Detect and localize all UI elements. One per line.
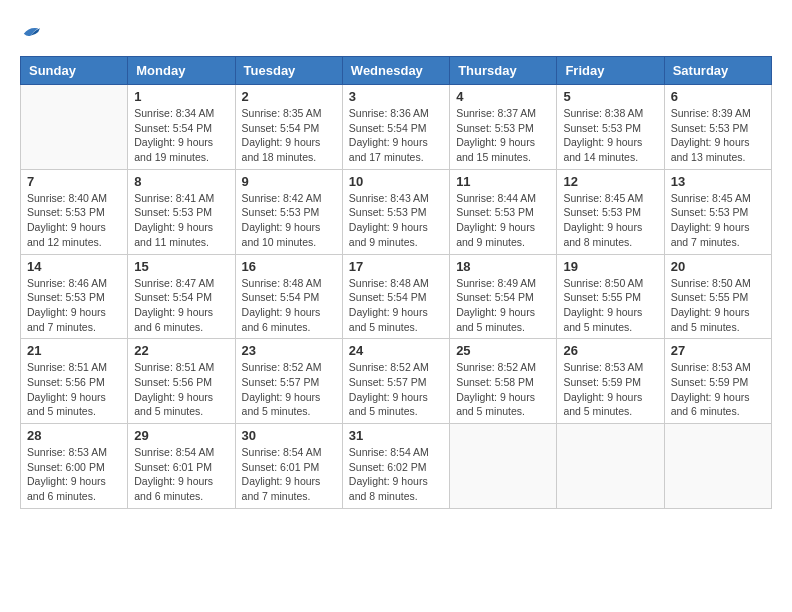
day-number: 28 xyxy=(27,428,121,443)
day-info: Sunrise: 8:52 AM Sunset: 5:57 PM Dayligh… xyxy=(349,360,443,419)
calendar-cell: 22Sunrise: 8:51 AM Sunset: 5:56 PM Dayli… xyxy=(128,339,235,424)
day-number: 16 xyxy=(242,259,336,274)
calendar-cell xyxy=(450,424,557,509)
weekday-header-thursday: Thursday xyxy=(450,57,557,85)
calendar-cell: 30Sunrise: 8:54 AM Sunset: 6:01 PM Dayli… xyxy=(235,424,342,509)
day-number: 29 xyxy=(134,428,228,443)
day-number: 20 xyxy=(671,259,765,274)
calendar-cell: 5Sunrise: 8:38 AM Sunset: 5:53 PM Daylig… xyxy=(557,85,664,170)
day-info: Sunrise: 8:34 AM Sunset: 5:54 PM Dayligh… xyxy=(134,106,228,165)
weekday-header-saturday: Saturday xyxy=(664,57,771,85)
calendar-cell: 17Sunrise: 8:48 AM Sunset: 5:54 PM Dayli… xyxy=(342,254,449,339)
day-info: Sunrise: 8:43 AM Sunset: 5:53 PM Dayligh… xyxy=(349,191,443,250)
day-info: Sunrise: 8:41 AM Sunset: 5:53 PM Dayligh… xyxy=(134,191,228,250)
day-number: 12 xyxy=(563,174,657,189)
day-info: Sunrise: 8:38 AM Sunset: 5:53 PM Dayligh… xyxy=(563,106,657,165)
logo xyxy=(20,20,40,46)
day-info: Sunrise: 8:54 AM Sunset: 6:01 PM Dayligh… xyxy=(242,445,336,504)
calendar-cell: 24Sunrise: 8:52 AM Sunset: 5:57 PM Dayli… xyxy=(342,339,449,424)
day-number: 23 xyxy=(242,343,336,358)
day-info: Sunrise: 8:45 AM Sunset: 5:53 PM Dayligh… xyxy=(671,191,765,250)
day-info: Sunrise: 8:53 AM Sunset: 6:00 PM Dayligh… xyxy=(27,445,121,504)
weekday-header-friday: Friday xyxy=(557,57,664,85)
day-info: Sunrise: 8:45 AM Sunset: 5:53 PM Dayligh… xyxy=(563,191,657,250)
day-info: Sunrise: 8:49 AM Sunset: 5:54 PM Dayligh… xyxy=(456,276,550,335)
calendar-cell: 3Sunrise: 8:36 AM Sunset: 5:54 PM Daylig… xyxy=(342,85,449,170)
day-info: Sunrise: 8:42 AM Sunset: 5:53 PM Dayligh… xyxy=(242,191,336,250)
day-number: 11 xyxy=(456,174,550,189)
calendar-cell: 1Sunrise: 8:34 AM Sunset: 5:54 PM Daylig… xyxy=(128,85,235,170)
day-number: 17 xyxy=(349,259,443,274)
day-number: 2 xyxy=(242,89,336,104)
calendar-cell: 23Sunrise: 8:52 AM Sunset: 5:57 PM Dayli… xyxy=(235,339,342,424)
calendar-cell: 16Sunrise: 8:48 AM Sunset: 5:54 PM Dayli… xyxy=(235,254,342,339)
day-number: 24 xyxy=(349,343,443,358)
calendar-cell: 18Sunrise: 8:49 AM Sunset: 5:54 PM Dayli… xyxy=(450,254,557,339)
calendar-table: SundayMondayTuesdayWednesdayThursdayFrid… xyxy=(20,56,772,509)
day-number: 10 xyxy=(349,174,443,189)
day-number: 3 xyxy=(349,89,443,104)
day-number: 9 xyxy=(242,174,336,189)
day-number: 1 xyxy=(134,89,228,104)
calendar-cell: 26Sunrise: 8:53 AM Sunset: 5:59 PM Dayli… xyxy=(557,339,664,424)
day-number: 22 xyxy=(134,343,228,358)
calendar-cell: 12Sunrise: 8:45 AM Sunset: 5:53 PM Dayli… xyxy=(557,169,664,254)
weekday-header-wednesday: Wednesday xyxy=(342,57,449,85)
day-number: 27 xyxy=(671,343,765,358)
day-number: 8 xyxy=(134,174,228,189)
header xyxy=(20,20,772,46)
day-info: Sunrise: 8:54 AM Sunset: 6:01 PM Dayligh… xyxy=(134,445,228,504)
day-number: 30 xyxy=(242,428,336,443)
day-info: Sunrise: 8:51 AM Sunset: 5:56 PM Dayligh… xyxy=(134,360,228,419)
calendar-cell: 31Sunrise: 8:54 AM Sunset: 6:02 PM Dayli… xyxy=(342,424,449,509)
calendar-cell: 13Sunrise: 8:45 AM Sunset: 5:53 PM Dayli… xyxy=(664,169,771,254)
day-info: Sunrise: 8:50 AM Sunset: 5:55 PM Dayligh… xyxy=(563,276,657,335)
day-info: Sunrise: 8:40 AM Sunset: 5:53 PM Dayligh… xyxy=(27,191,121,250)
calendar-cell: 21Sunrise: 8:51 AM Sunset: 5:56 PM Dayli… xyxy=(21,339,128,424)
calendar-cell: 10Sunrise: 8:43 AM Sunset: 5:53 PM Dayli… xyxy=(342,169,449,254)
day-number: 14 xyxy=(27,259,121,274)
calendar-cell: 6Sunrise: 8:39 AM Sunset: 5:53 PM Daylig… xyxy=(664,85,771,170)
calendar-cell: 19Sunrise: 8:50 AM Sunset: 5:55 PM Dayli… xyxy=(557,254,664,339)
calendar-cell: 27Sunrise: 8:53 AM Sunset: 5:59 PM Dayli… xyxy=(664,339,771,424)
calendar-cell: 28Sunrise: 8:53 AM Sunset: 6:00 PM Dayli… xyxy=(21,424,128,509)
day-info: Sunrise: 8:46 AM Sunset: 5:53 PM Dayligh… xyxy=(27,276,121,335)
day-info: Sunrise: 8:50 AM Sunset: 5:55 PM Dayligh… xyxy=(671,276,765,335)
day-info: Sunrise: 8:52 AM Sunset: 5:58 PM Dayligh… xyxy=(456,360,550,419)
calendar-cell: 11Sunrise: 8:44 AM Sunset: 5:53 PM Dayli… xyxy=(450,169,557,254)
logo-bird-icon xyxy=(22,24,40,38)
calendar-cell: 4Sunrise: 8:37 AM Sunset: 5:53 PM Daylig… xyxy=(450,85,557,170)
day-number: 5 xyxy=(563,89,657,104)
day-number: 31 xyxy=(349,428,443,443)
calendar-cell xyxy=(21,85,128,170)
calendar-cell: 29Sunrise: 8:54 AM Sunset: 6:01 PM Dayli… xyxy=(128,424,235,509)
day-info: Sunrise: 8:39 AM Sunset: 5:53 PM Dayligh… xyxy=(671,106,765,165)
day-number: 25 xyxy=(456,343,550,358)
day-info: Sunrise: 8:44 AM Sunset: 5:53 PM Dayligh… xyxy=(456,191,550,250)
day-number: 15 xyxy=(134,259,228,274)
calendar-cell: 15Sunrise: 8:47 AM Sunset: 5:54 PM Dayli… xyxy=(128,254,235,339)
calendar-cell: 20Sunrise: 8:50 AM Sunset: 5:55 PM Dayli… xyxy=(664,254,771,339)
calendar-header: SundayMondayTuesdayWednesdayThursdayFrid… xyxy=(21,57,772,85)
day-number: 6 xyxy=(671,89,765,104)
calendar-cell: 8Sunrise: 8:41 AM Sunset: 5:53 PM Daylig… xyxy=(128,169,235,254)
calendar-cell: 9Sunrise: 8:42 AM Sunset: 5:53 PM Daylig… xyxy=(235,169,342,254)
day-info: Sunrise: 8:48 AM Sunset: 5:54 PM Dayligh… xyxy=(242,276,336,335)
day-info: Sunrise: 8:53 AM Sunset: 5:59 PM Dayligh… xyxy=(671,360,765,419)
day-info: Sunrise: 8:36 AM Sunset: 5:54 PM Dayligh… xyxy=(349,106,443,165)
calendar-cell: 7Sunrise: 8:40 AM Sunset: 5:53 PM Daylig… xyxy=(21,169,128,254)
calendar-cell xyxy=(557,424,664,509)
day-number: 4 xyxy=(456,89,550,104)
day-info: Sunrise: 8:35 AM Sunset: 5:54 PM Dayligh… xyxy=(242,106,336,165)
day-number: 7 xyxy=(27,174,121,189)
calendar-cell: 14Sunrise: 8:46 AM Sunset: 5:53 PM Dayli… xyxy=(21,254,128,339)
weekday-header-sunday: Sunday xyxy=(21,57,128,85)
day-info: Sunrise: 8:54 AM Sunset: 6:02 PM Dayligh… xyxy=(349,445,443,504)
day-info: Sunrise: 8:52 AM Sunset: 5:57 PM Dayligh… xyxy=(242,360,336,419)
day-info: Sunrise: 8:51 AM Sunset: 5:56 PM Dayligh… xyxy=(27,360,121,419)
calendar-cell: 2Sunrise: 8:35 AM Sunset: 5:54 PM Daylig… xyxy=(235,85,342,170)
day-info: Sunrise: 8:53 AM Sunset: 5:59 PM Dayligh… xyxy=(563,360,657,419)
day-number: 13 xyxy=(671,174,765,189)
day-number: 26 xyxy=(563,343,657,358)
weekday-header-tuesday: Tuesday xyxy=(235,57,342,85)
